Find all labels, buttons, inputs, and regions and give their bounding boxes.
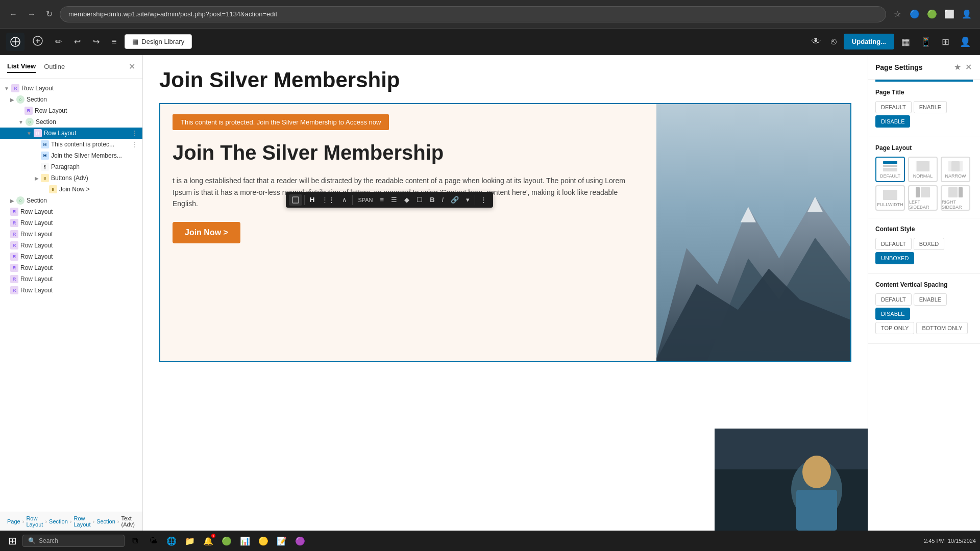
taskbar-search-btn[interactable]: 🔍 Search — [22, 535, 125, 547]
layout-default-opt[interactable]: DEFAULT — [875, 157, 905, 182]
tree-buttons-adv[interactable]: ▶ B Buttons (Adv) — [0, 172, 142, 184]
join-now-btn[interactable]: Join Now > — [173, 222, 240, 243]
add-block-btn[interactable] — [29, 33, 47, 51]
updating-btn[interactable]: Updating... — [844, 34, 894, 49]
page-title-disable-btn[interactable]: DISABLE — [875, 115, 910, 128]
responsive-btn[interactable]: 📱 — [917, 33, 935, 51]
tree-row-4[interactable]: ▶ R Row Layout — [0, 229, 142, 240]
menu-btn[interactable]: ≡ — [108, 34, 120, 49]
content-style-default-btn[interactable]: DEFAULT — [875, 238, 912, 250]
extension-icon3[interactable]: ⬜ — [942, 7, 957, 21]
protected-content-section[interactable]: This content is protected. Join the Silv… — [159, 103, 851, 362]
more-options-icon[interactable]: ⋮ — [131, 140, 138, 148]
block-tool-link-btn[interactable]: 🔗 — [448, 194, 462, 206]
layout-right-sidebar-opt[interactable]: RIGHT SIDEBAR — [941, 185, 970, 211]
extension-icon1[interactable]: 🔵 — [908, 7, 922, 21]
taskbar-app1-icon[interactable]: 🟢 — [218, 533, 235, 549]
tree-row-5[interactable]: ▶ R Row Layout — [0, 240, 142, 251]
taskbar-chrome-icon[interactable]: 🌐 — [163, 533, 180, 549]
nav-refresh-btn[interactable]: ↻ — [43, 7, 56, 21]
layout-left-sidebar-opt[interactable]: LEFT SIDEBAR — [908, 185, 938, 211]
block-tool-drag-btn[interactable]: ⋮⋮ — [318, 194, 338, 206]
nav-back-btn[interactable]: ← — [6, 8, 20, 21]
breadcrumb-section2[interactable]: Section — [96, 518, 115, 524]
star-btn[interactable]: ★ — [953, 61, 962, 73]
block-tool-dropdown-btn[interactable]: ▾ — [463, 194, 473, 206]
block-tool-select-btn[interactable] — [289, 194, 302, 206]
breadcrumb-section[interactable]: Section — [49, 518, 68, 524]
taskbar-app5-icon[interactable]: 🟣 — [292, 533, 308, 549]
start-btn[interactable]: ⊞ — [4, 533, 20, 549]
block-tool-box-btn[interactable]: ☐ — [413, 194, 426, 206]
panel-close-btn[interactable]: ✕ — [129, 62, 135, 71]
more-options-icon[interactable]: ⋮ — [131, 129, 138, 137]
breadcrumb-row[interactable]: Row Layout — [26, 515, 43, 528]
view-btn[interactable]: 👁 — [808, 33, 824, 50]
block-tool-diamond-btn[interactable]: ◆ — [401, 194, 412, 206]
bookmark-icon[interactable]: ☆ — [890, 7, 904, 21]
content-spacing-bottom-btn[interactable]: BOTTOM ONLY — [916, 322, 968, 334]
layout-fullwidth-opt[interactable]: FULLWIDTH — [875, 185, 905, 211]
block-tool-more-btn[interactable]: ⋮ — [477, 194, 490, 206]
block-tool-heading-btn[interactable]: H — [307, 194, 317, 206]
content-spacing-enable-btn[interactable]: ENABLE — [914, 293, 947, 306]
taskbar-weather-icon[interactable]: 🌤 — [145, 533, 161, 549]
panel-close-btn[interactable]: ✕ — [964, 61, 973, 73]
taskbar-app4-icon[interactable]: 📝 — [274, 533, 290, 549]
tab-list-view[interactable]: List View — [7, 60, 36, 73]
tree-row-6[interactable]: ▶ R Row Layout — [0, 251, 142, 262]
block-tool-list-btn[interactable]: ☰ — [388, 194, 400, 206]
page-title-default-btn[interactable]: DEFAULT — [875, 101, 912, 113]
content-style-unboxed-btn[interactable]: UNBOXED — [875, 252, 914, 264]
taskbar-app3-icon[interactable]: 🟡 — [255, 533, 272, 549]
address-bar[interactable] — [60, 6, 886, 22]
block-tool-up-btn[interactable]: ∧ — [339, 194, 350, 206]
preview-btn[interactable]: ⎋ — [828, 33, 840, 50]
profile-icon[interactable]: 👤 — [960, 7, 974, 21]
extension-icon2[interactable]: 🟢 — [925, 7, 939, 21]
block-tool-span-btn[interactable]: SPAN — [355, 195, 376, 205]
tree-join-silver[interactable]: ▶ H Join the Silver Members... — [0, 150, 142, 161]
block-tool-align-btn[interactable]: ≡ — [377, 194, 387, 206]
tree-row-7[interactable]: ▶ R Row Layout — [0, 262, 142, 273]
tree-row-2[interactable]: ▶ R Row Layout — [0, 206, 142, 217]
redo-btn[interactable]: ↪ — [89, 34, 104, 49]
breadcrumb-rowlayout2[interactable]: Row Layout — [74, 515, 90, 528]
tree-row-8[interactable]: ▶ R Row Layout — [0, 273, 142, 285]
tree-row-9[interactable]: ▶ R Row Layout — [0, 285, 142, 296]
undo-btn[interactable]: ↩ — [70, 34, 85, 49]
tree-protected-text[interactable]: ▶ H This content is protec... ⋮ — [0, 139, 142, 150]
canvas-area[interactable]: Join Silver Membership H ⋮⋮ ∧ SPAN ≡ ☰ ◆… — [143, 55, 868, 551]
taskbar-notification-icon[interactable]: 🔔1 — [200, 533, 216, 549]
tree-section-2[interactable]: ▼ ○ Section — [0, 116, 142, 128]
tree-section-3[interactable]: ▶ ○ Section — [0, 195, 142, 206]
tab-outline[interactable]: Outline — [44, 61, 65, 72]
tree-row-layout-2[interactable]: ▶ R Row Layout — [0, 105, 142, 116]
taskbar-app2-icon[interactable]: 📊 — [237, 533, 253, 549]
tree-paragraph[interactable]: ▶ ¶ Paragraph — [0, 161, 142, 172]
tree-join-now[interactable]: ▶ B Join Now > — [0, 184, 142, 195]
block-tool-italic-btn[interactable]: I — [439, 194, 447, 206]
block-tool-bold-btn[interactable]: B — [427, 194, 437, 206]
breadcrumb-page[interactable]: Page — [7, 518, 20, 524]
tree-row-layout-active[interactable]: ▼ R Row Layout ⋮ — [0, 128, 142, 139]
sidebar-toggle-btn[interactable]: ⊞ — [939, 33, 952, 51]
content-style-boxed-btn[interactable]: BOXED — [914, 238, 945, 250]
edit-btn[interactable]: ✏ — [51, 34, 66, 49]
design-library-btn[interactable]: ▦ Design Library — [125, 34, 192, 49]
tree-section-1[interactable]: ▶ ○ Section — [0, 94, 142, 105]
wp-logo[interactable] — [6, 33, 24, 51]
content-spacing-default-btn[interactable]: DEFAULT — [875, 293, 912, 306]
user-btn[interactable]: 👤 — [957, 33, 974, 51]
tree-row-3[interactable]: ▶ R Row Layout — [0, 217, 142, 229]
page-title-enable-btn[interactable]: ENABLE — [914, 101, 947, 113]
nav-forward-btn[interactable]: → — [24, 8, 39, 21]
layout-normal-opt[interactable]: NORMAL — [908, 157, 938, 182]
content-spacing-top-btn[interactable]: TOP ONLY — [875, 322, 914, 334]
tree-row-layout-1[interactable]: ▼ R Row Layout — [0, 83, 142, 94]
taskbar-task-view-btn[interactable]: ⧉ — [127, 533, 143, 549]
taskbar-files-icon[interactable]: 📁 — [182, 533, 198, 549]
layout-narrow-opt[interactable]: NARROW — [941, 157, 970, 182]
settings-icon-btn[interactable]: ▦ — [898, 33, 913, 51]
content-spacing-disable-btn[interactable]: DISABLE — [875, 308, 910, 320]
